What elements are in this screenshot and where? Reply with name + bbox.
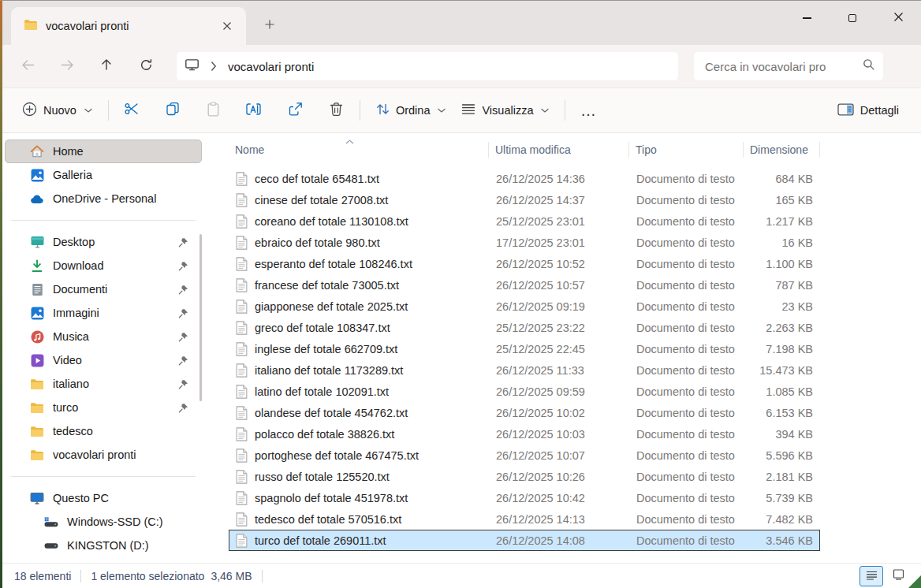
chevron-down-icon bbox=[541, 108, 549, 114]
file-type: Documento di testo bbox=[630, 194, 744, 207]
chevron-right-icon bbox=[211, 61, 217, 71]
sidebar-item-desktop[interactable]: Desktop bbox=[5, 230, 202, 254]
file-size: 5.596 KB bbox=[744, 449, 821, 462]
column-header-ultima-modifica[interactable]: Ultima modifica bbox=[489, 138, 629, 162]
table-row[interactable]: italiano def totale 1173289.txt26/12/202… bbox=[229, 359, 820, 381]
sort-button[interactable]: Ordina bbox=[368, 95, 454, 125]
cut-icon bbox=[124, 102, 140, 119]
file-size: 1.085 KB bbox=[744, 385, 821, 398]
copy-button[interactable] bbox=[158, 95, 188, 125]
icons-view-button[interactable] bbox=[886, 566, 910, 586]
column-header-nome[interactable]: Nome bbox=[229, 138, 489, 162]
view-button[interactable]: Visualizza bbox=[453, 95, 557, 125]
file-size: 15.473 KB bbox=[744, 364, 821, 377]
minimize-button[interactable] bbox=[784, 1, 830, 35]
table-row[interactable]: latino def totale 102091.txt26/12/2025 0… bbox=[229, 381, 820, 402]
breadcrumb-folder[interactable]: vocavolari pronti bbox=[228, 60, 314, 73]
rename-button[interactable] bbox=[240, 95, 270, 125]
table-row[interactable]: turco def totale 269011.txt26/12/2025 14… bbox=[229, 530, 820, 551]
file-modified: 26/12/2025 10:52 bbox=[490, 258, 630, 270]
details-pane-button[interactable]: Dettagli bbox=[830, 95, 907, 125]
file-name: russo def totale 125520.txt bbox=[255, 471, 390, 483]
item-count: 18 elementi bbox=[14, 570, 71, 582]
file-name: ceco def totale 65481.txt bbox=[255, 173, 379, 185]
table-row[interactable]: esperanto def totale 108246.txt26/12/202… bbox=[229, 253, 820, 274]
sidebar-item-windows-ssd-c[interactable]: Windows-SSD (C:) bbox=[5, 510, 202, 534]
sidebar-item-galleria[interactable]: Galleria bbox=[5, 163, 202, 187]
close-tab-icon[interactable] bbox=[216, 15, 238, 37]
table-row[interactable]: francese def totale 73005.txt26/12/2025 … bbox=[229, 274, 820, 296]
more-options-button[interactable]: … bbox=[573, 95, 603, 125]
column-header-dimensione[interactable]: Dimensione bbox=[744, 138, 820, 162]
share-button[interactable] bbox=[281, 95, 311, 125]
view-button-label: Visualizza bbox=[482, 104, 533, 117]
details-view-button[interactable] bbox=[859, 566, 883, 586]
back-button[interactable] bbox=[14, 53, 41, 80]
file-type: Documento di testo bbox=[630, 258, 744, 270]
sidebar-item-immagini[interactable]: Immagini bbox=[5, 301, 202, 325]
table-row[interactable]: greco def totale 108347.txt25/12/2025 23… bbox=[229, 317, 820, 338]
pin-icon bbox=[178, 403, 188, 415]
pin-icon bbox=[178, 237, 188, 250]
table-row[interactable]: russo def totale 125520.txt26/12/2025 10… bbox=[229, 466, 820, 487]
sidebar-scrollbar[interactable] bbox=[199, 234, 202, 401]
sidebar-separator bbox=[11, 476, 196, 477]
column-header-tipo[interactable]: Tipo bbox=[629, 138, 744, 162]
table-row[interactable]: tedesco def totale 570516.txt26/12/2025 … bbox=[229, 508, 820, 530]
table-row[interactable]: giapponese def totale 2025.txt26/12/2025… bbox=[229, 296, 820, 317]
table-row[interactable]: ceco def totale 65481.txt26/12/2025 14:3… bbox=[229, 168, 820, 189]
sidebar-item-download[interactable]: Download bbox=[5, 254, 202, 277]
file-size: 7.482 KB bbox=[744, 513, 821, 526]
file-size: 165 KB bbox=[744, 194, 821, 207]
maximize-button[interactable] bbox=[830, 1, 875, 35]
sidebar-item-vocavolari-pronti[interactable]: vocavolari pronti bbox=[5, 443, 202, 467]
sidebar-item-home[interactable]: Home bbox=[5, 140, 202, 163]
sidebar-item-musica[interactable]: Musica bbox=[5, 325, 202, 348]
refresh-button[interactable] bbox=[132, 53, 159, 80]
file-modified: 25/12/2025 23:22 bbox=[490, 322, 630, 334]
sidebar-item-label: Desktop bbox=[53, 236, 95, 248]
file-name: coreano def totale 1130108.txt bbox=[255, 215, 408, 228]
search-box[interactable] bbox=[694, 52, 883, 80]
sidebar-item-questo-pc[interactable]: Questo PC bbox=[5, 486, 202, 510]
up-button[interactable] bbox=[93, 53, 120, 80]
cut-button[interactable] bbox=[117, 95, 147, 125]
icons-view-icon bbox=[893, 569, 904, 582]
table-row[interactable]: portoghese def totale 467475.txt26/12/20… bbox=[229, 445, 820, 466]
pin-icon bbox=[178, 379, 188, 392]
sidebar-item-italiano[interactable]: italiano bbox=[5, 372, 202, 396]
sidebar-item-tedesco[interactable]: tedesco bbox=[5, 419, 202, 443]
sidebar-item-kingston-d[interactable]: KINGSTON (D:) bbox=[5, 534, 202, 557]
pictures-icon bbox=[29, 307, 45, 320]
file-modified: 26/12/2025 10:42 bbox=[490, 492, 630, 504]
file-size: 3.546 KB bbox=[744, 534, 821, 547]
table-row[interactable]: ebraico def totale 980.txt17/12/2025 23:… bbox=[229, 232, 820, 253]
table-row[interactable]: polacco def totale 38826.txt26/12/2025 1… bbox=[229, 423, 820, 445]
status-bar: 18 elementi 1 elemento selezionato 3,46 … bbox=[0, 563, 921, 588]
table-row[interactable]: inglese def totale 662709.txt25/12/2025 … bbox=[229, 338, 820, 359]
new-button[interactable]: Nuovo bbox=[14, 95, 100, 125]
sidebar-item-video[interactable]: Video bbox=[5, 348, 202, 372]
pin-icon bbox=[178, 308, 188, 321]
new-tab-button[interactable] bbox=[259, 15, 281, 37]
table-row[interactable]: coreano def totale 1130108.txt25/12/2025… bbox=[229, 210, 820, 232]
table-row[interactable]: spagnolo def totale 451978.txt26/12/2025… bbox=[229, 487, 820, 508]
search-input[interactable] bbox=[705, 60, 863, 73]
view-toggles bbox=[859, 566, 910, 586]
delete-button[interactable] bbox=[322, 95, 352, 125]
table-row[interactable]: cinese def totale 27008.txt26/12/2025 14… bbox=[229, 189, 820, 210]
close-button[interactable] bbox=[875, 1, 921, 35]
download-icon bbox=[29, 259, 45, 273]
table-row[interactable]: olandese def totale 454762.txt26/12/2025… bbox=[229, 402, 820, 423]
sidebar-item-turco[interactable]: turco bbox=[5, 396, 202, 419]
desktop-corner bbox=[908, 575, 921, 588]
sidebar-item-onedrive-personal[interactable]: OneDrive - Personal bbox=[5, 187, 202, 210]
breadcrumb[interactable]: vocavolari pronti bbox=[177, 52, 678, 80]
file-name: latino def totale 102091.txt bbox=[255, 385, 389, 398]
file-modified: 26/12/2025 09:19 bbox=[490, 300, 630, 313]
forward-button[interactable] bbox=[54, 53, 80, 80]
explorer-tab[interactable]: vocavolari pronti bbox=[11, 7, 246, 45]
folder-icon bbox=[29, 402, 45, 414]
paste-button[interactable] bbox=[199, 95, 229, 125]
sidebar-item-documenti[interactable]: Documenti bbox=[5, 277, 202, 301]
